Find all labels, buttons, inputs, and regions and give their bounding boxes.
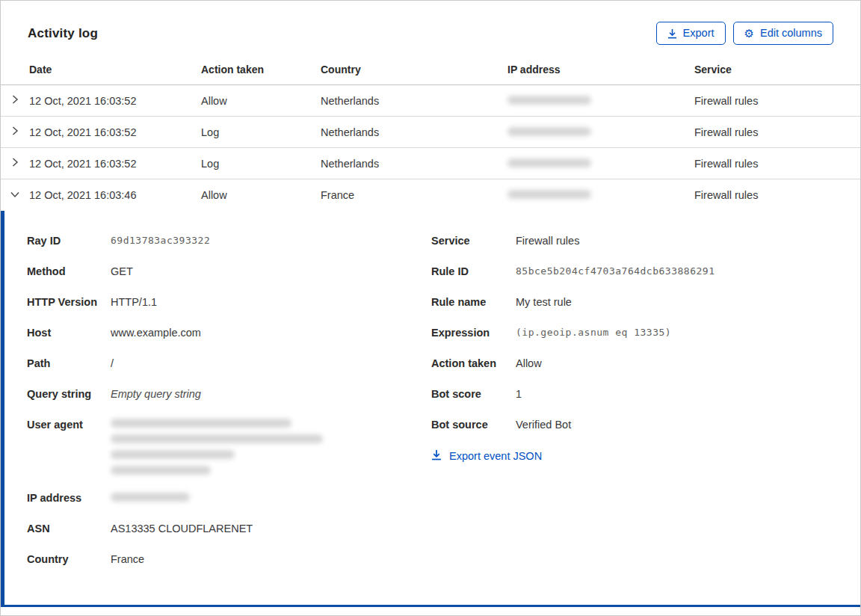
- row-country: Netherlands: [321, 95, 507, 107]
- detail-value-http-version: HTTP/1.1: [111, 295, 157, 309]
- chevron-right-icon: [10, 157, 19, 170]
- export-button[interactable]: Export: [656, 22, 726, 45]
- topbar: Activity log Export ⚙ Edit columns: [1, 1, 860, 61]
- detail-label-service: Service: [431, 233, 516, 248]
- export-button-label: Export: [683, 28, 715, 39]
- detail-label-asn: ASN: [27, 521, 111, 536]
- row-country: Netherlands: [321, 126, 507, 138]
- column-header-date: Date: [29, 64, 201, 82]
- redacted-ip-address: [507, 127, 591, 136]
- detail-value-rule-id: 85bce5b204cf4703a764dcb633886291: [516, 264, 715, 279]
- row-action-taken: Allow: [201, 189, 321, 201]
- row-action-taken: Log: [201, 126, 321, 138]
- detail-label-rule-name: Rule name: [431, 295, 516, 309]
- detail-value-country: France: [111, 552, 144, 567]
- detail-left-column: Ray ID 69d13783ac393322 Method GET HTTP …: [27, 233, 431, 605]
- row-date: 12 Oct, 2021 16:03:46: [29, 189, 201, 201]
- row-country: France: [321, 189, 507, 201]
- row-action-taken: Allow: [201, 95, 321, 107]
- detail-label-method: Method: [27, 264, 111, 279]
- export-event-json-link[interactable]: Export event JSON: [431, 449, 542, 463]
- row-date: 12 Oct, 2021 16:03:52: [29, 158, 201, 170]
- toolbar: Export ⚙ Edit columns: [656, 22, 833, 45]
- detail-label-path: Path: [27, 356, 111, 371]
- detail-label-ray-id: Ray ID: [27, 233, 111, 248]
- table-row[interactable]: 12 Oct, 2021 16:03:52 Log Netherlands Fi…: [1, 148, 860, 179]
- column-header-service: Service: [694, 64, 860, 82]
- row-action-taken: Log: [201, 158, 321, 170]
- detail-label-bot-source: Bot source: [431, 417, 516, 432]
- table-row[interactable]: 12 Oct, 2021 16:03:52 Log Netherlands Fi…: [1, 117, 860, 148]
- detail-label-expression: Expression: [431, 325, 516, 340]
- column-header-ip-address: IP address: [507, 64, 694, 82]
- detail-label-action-taken: Action taken: [431, 356, 516, 371]
- activity-log-panel: Activity log Export ⚙ Edit columns Date …: [0, 0, 861, 616]
- chevron-right-icon: [10, 94, 19, 107]
- detail-value-rule-name: My test rule: [516, 295, 572, 309]
- table-row-expanded[interactable]: 12 Oct, 2021 16:03:46 Allow France Firew…: [1, 179, 860, 211]
- download-icon: [667, 28, 677, 39]
- detail-label-rule-id: Rule ID: [431, 264, 516, 279]
- collapse-row-button[interactable]: [7, 187, 23, 204]
- detail-label-query-string: Query string: [27, 386, 111, 401]
- chevron-down-icon: [10, 190, 20, 201]
- detail-value-asn: AS13335 CLOUDFLARENET: [111, 521, 253, 536]
- column-header-action-taken: Action taken: [201, 64, 321, 82]
- expand-row-button[interactable]: [7, 91, 22, 110]
- chevron-right-icon: [10, 126, 19, 138]
- table-header: Date Action taken Country IP address Ser…: [1, 61, 860, 85]
- table-row[interactable]: 12 Oct, 2021 16:03:52 Allow Netherlands …: [1, 85, 860, 117]
- page-title: Activity log: [28, 26, 98, 41]
- redacted-user-agent: [111, 417, 323, 475]
- detail-value-path: /: [111, 356, 114, 371]
- detail-value-bot-score: 1: [516, 386, 522, 401]
- redacted-ip-address: [507, 96, 591, 105]
- detail-value-bot-source: Verified Bot: [516, 417, 571, 432]
- detail-label-http-version: HTTP Version: [27, 295, 111, 309]
- download-icon: [431, 449, 442, 463]
- export-event-json-label: Export event JSON: [449, 450, 542, 462]
- row-service: Firewall rules: [694, 126, 860, 138]
- detail-value-method: GET: [111, 264, 133, 279]
- detail-value-expression: (ip.geoip.asnum eq 13335): [516, 325, 671, 340]
- edit-columns-button[interactable]: ⚙ Edit columns: [733, 22, 833, 45]
- redacted-ip-address: [507, 158, 591, 167]
- column-header-country: Country: [321, 64, 507, 82]
- detail-value-service: Firewall rules: [516, 233, 579, 248]
- detail-value-ray-id: 69d13783ac393322: [111, 233, 210, 248]
- redacted-ip-address: [111, 493, 190, 502]
- detail-label-host: Host: [27, 325, 111, 340]
- row-service: Firewall rules: [694, 158, 860, 170]
- detail-label-user-agent: User agent: [27, 417, 111, 432]
- row-service: Firewall rules: [694, 189, 860, 201]
- detail-label-bot-score: Bot score: [431, 386, 516, 401]
- row-date: 12 Oct, 2021 16:03:52: [29, 126, 201, 138]
- row-date: 12 Oct, 2021 16:03:52: [29, 95, 201, 107]
- edit-columns-button-label: Edit columns: [760, 28, 822, 39]
- detail-value-query-string: Empty query string: [111, 386, 201, 401]
- event-detail-panel: Ray ID 69d13783ac393322 Method GET HTTP …: [1, 211, 860, 607]
- expand-row-button[interactable]: [7, 123, 22, 141]
- gear-icon: ⚙: [744, 28, 754, 39]
- redacted-ip-address: [507, 190, 591, 199]
- detail-value-action-taken: Allow: [516, 356, 542, 371]
- detail-value-host: www.example.com: [111, 325, 201, 340]
- row-service: Firewall rules: [694, 95, 860, 107]
- detail-label-ip-address: IP address: [27, 490, 111, 505]
- detail-right-column: Service Firewall rules Rule ID 85bce5b20…: [431, 233, 860, 605]
- row-country: Netherlands: [321, 158, 507, 170]
- detail-label-country: Country: [27, 552, 111, 567]
- expand-row-button[interactable]: [7, 154, 22, 173]
